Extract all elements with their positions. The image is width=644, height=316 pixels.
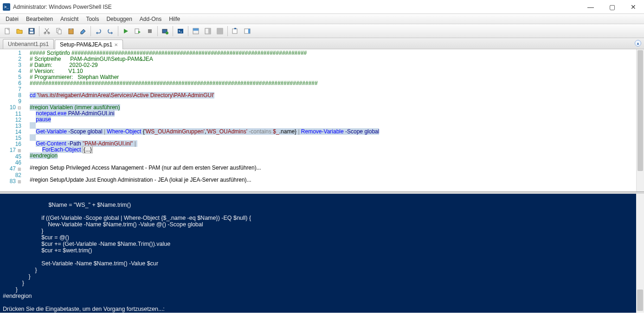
run-script-button[interactable] bbox=[120, 26, 131, 37]
tab-setup-pam-jea[interactable]: Setup-PAM&JEA.ps1✕ bbox=[55, 40, 123, 49]
editor-scrollbar[interactable] bbox=[636, 49, 644, 191]
svg-rect-24 bbox=[248, 29, 250, 33]
window-title: Administrator: Windows PowerShell ISE bbox=[13, 4, 580, 10]
collapse-script-pane-button[interactable]: ▲ bbox=[635, 40, 641, 46]
script-editor[interactable]: 12345678910⊟11121314151617⊞454647⊞8283⊞ … bbox=[0, 49, 644, 192]
close-tab-icon[interactable]: ✕ bbox=[114, 42, 118, 47]
svg-rect-0 bbox=[5, 28, 9, 34]
svg-rect-14 bbox=[178, 29, 183, 33]
show-script-pane-top-button[interactable] bbox=[190, 26, 201, 37]
redo-button[interactable] bbox=[105, 26, 116, 37]
svg-rect-7 bbox=[58, 30, 61, 34]
tab-unbenannt1[interactable]: Unbenannt1.ps1 bbox=[3, 39, 54, 49]
new-file-button[interactable] bbox=[2, 26, 13, 37]
maximize-button[interactable]: ▢ bbox=[601, 0, 623, 14]
svg-point-13 bbox=[166, 32, 168, 34]
svg-rect-10 bbox=[135, 29, 139, 33]
undo-button[interactable] bbox=[93, 26, 104, 37]
app-icon: >_ bbox=[3, 3, 10, 11]
file-tabbar: Unbenannt1.ps1 Setup-PAM&JEA.ps1✕ ▲ bbox=[0, 38, 644, 49]
menu-tools[interactable]: Tools bbox=[82, 15, 103, 23]
new-remote-tab-button[interactable] bbox=[160, 26, 171, 37]
titlebar: >_ Administrator: Windows PowerShell ISE… bbox=[0, 0, 644, 14]
menu-addons[interactable]: Add-Ons bbox=[136, 15, 165, 23]
menu-datei[interactable]: Datei bbox=[2, 15, 22, 23]
start-powershell-button[interactable] bbox=[175, 26, 186, 37]
menu-debuggen[interactable]: Debuggen bbox=[103, 15, 135, 23]
show-script-pane-max-button[interactable] bbox=[214, 26, 225, 37]
open-file-button[interactable] bbox=[14, 26, 25, 37]
console-scrollbar[interactable] bbox=[636, 194, 644, 313]
save-button[interactable] bbox=[26, 26, 37, 37]
svg-rect-21 bbox=[232, 29, 237, 33]
svg-rect-16 bbox=[193, 28, 199, 31]
fold-toggle[interactable]: ⊞ bbox=[17, 179, 21, 185]
paste-button[interactable] bbox=[65, 26, 77, 37]
show-command-addon-button[interactable] bbox=[242, 26, 253, 37]
svg-rect-3 bbox=[30, 32, 33, 33]
console-pane[interactable]: $Name = "WS_" + $Name.trim() if ((Get-Va… bbox=[0, 192, 644, 313]
svg-rect-22 bbox=[234, 28, 236, 29]
show-script-pane-right-button[interactable] bbox=[202, 26, 213, 37]
svg-rect-2 bbox=[30, 29, 33, 31]
copy-button[interactable] bbox=[53, 26, 64, 37]
show-command-window-button[interactable] bbox=[230, 26, 241, 37]
svg-rect-18 bbox=[208, 28, 211, 34]
svg-rect-9 bbox=[70, 28, 72, 30]
minimize-button[interactable]: — bbox=[580, 0, 601, 14]
menu-hilfe[interactable]: Hilfe bbox=[165, 15, 184, 23]
menu-bearbeiten[interactable]: Bearbeiten bbox=[22, 15, 57, 23]
run-selection-button[interactable] bbox=[132, 26, 143, 37]
stop-button[interactable] bbox=[144, 26, 155, 37]
svg-rect-20 bbox=[217, 28, 223, 34]
close-button[interactable]: ✕ bbox=[623, 0, 644, 14]
menu-ansicht[interactable]: Ansicht bbox=[57, 15, 82, 23]
cut-button[interactable] bbox=[41, 26, 52, 37]
menubar: Datei Bearbeiten Ansicht Tools Debuggen … bbox=[0, 14, 644, 24]
svg-rect-11 bbox=[148, 29, 152, 33]
clear-button[interactable] bbox=[77, 26, 89, 37]
toolbar bbox=[0, 24, 644, 38]
